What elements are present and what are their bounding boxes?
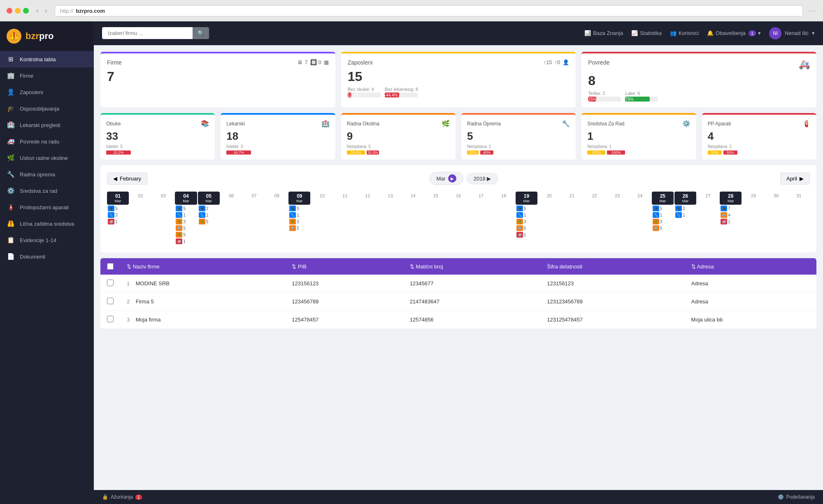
cal-day-18[interactable]: 18 xyxy=(493,192,515,246)
cal-day-30[interactable]: 30 xyxy=(765,192,787,246)
row-sifra: 123123456789 xyxy=(540,293,684,311)
row-num: 2 xyxy=(127,298,130,305)
cal-day-content: 🎓 5 🔧 1 🌿 3 ⚙️ 5 🚑 1 xyxy=(516,205,537,239)
row-checkbox[interactable] xyxy=(107,298,114,304)
cal-event-count: 2 xyxy=(206,206,209,211)
prev-month-button[interactable]: ◀ February xyxy=(107,173,147,185)
cal-day-27[interactable]: 27 xyxy=(697,192,719,246)
cal-day-17[interactable]: 17 xyxy=(470,192,492,246)
more-options[interactable]: ··· xyxy=(808,7,816,15)
cal-day-26[interactable]: 26 Mar 🎓 2 🔧 1 xyxy=(674,192,696,246)
cal-day-15[interactable]: 15 xyxy=(425,192,446,246)
radna-oprema-bar1: 20% xyxy=(467,150,479,155)
monitor-icon: 🖥 xyxy=(297,59,302,65)
lekarski-title: Lekarski xyxy=(226,121,245,127)
cal-day-28[interactable]: 28 Mar 🎓 7 ⚙️ 4 🚑 1 xyxy=(720,192,742,246)
sidebar-item-lekarski-pregledi[interactable]: 🏥 Lekarski pregledi xyxy=(0,117,94,133)
lekarski-header: Lekarski 🏥 xyxy=(226,120,329,127)
cal-day-content xyxy=(561,200,583,201)
cal-day-01[interactable]: 01 Mar 🎓 5 🔧 3 🚑 1 xyxy=(107,192,129,246)
cal-day-12[interactable]: 12 xyxy=(357,192,379,246)
back-button[interactable]: ‹ xyxy=(34,6,41,15)
cal-day-13[interactable]: 13 xyxy=(379,192,401,246)
cal-day-19[interactable]: 19 Mar 🎓 5 🔧 1 🌿 3 ⚙️ 5 🚑 1 xyxy=(516,192,537,246)
cal-day-content xyxy=(493,200,515,201)
sidebar-item-firme[interactable]: 🏢 Firme xyxy=(0,67,94,84)
cal-day-header-09: 09 Mar xyxy=(288,192,310,205)
cal-day-07[interactable]: 07 xyxy=(243,192,265,246)
user-area[interactable]: NI Nenad Ilić ▾ xyxy=(769,27,815,39)
maximize-button[interactable] xyxy=(23,8,29,14)
sidebar-item-povrede-na-radu[interactable]: 🚑 Povrede na radu xyxy=(0,133,94,150)
table-row[interactable]: 3 Moja firma 125478457 12574856 12312547… xyxy=(100,311,816,329)
cal-day-02[interactable]: 02 xyxy=(130,192,151,246)
obavestenja-link[interactable]: 🔔 Obaveštenja 1 ▾ xyxy=(707,30,761,36)
cal-day-11[interactable]: 11 xyxy=(334,192,356,246)
baza-znanja-link[interactable]: 📊 Baza Znanja xyxy=(584,30,623,36)
search-button[interactable]: 🔍 xyxy=(193,27,209,39)
uslovi-icon: 🌿 xyxy=(7,154,15,162)
sidebar: 🦺 bzrpro ⊞ Kontrolna tabla 🏢 Firme 👤 Zap… xyxy=(0,21,94,504)
pp-aparati-card: PP Aparati 🧯 4 Neispitana: 2 50% 50% xyxy=(702,113,816,160)
table-row[interactable]: 1 MODINE SRB 123156123 12345677 12315612… xyxy=(100,275,816,293)
minimize-button[interactable] xyxy=(15,8,21,14)
obuke-bar-row: 15.2% xyxy=(106,150,209,155)
cal-day-20[interactable]: 20 xyxy=(538,192,560,246)
cal-event-color: 🚑 xyxy=(176,238,182,244)
cal-day-05[interactable]: 05 Mar 🎓 2 🔧 1 🌿 5 xyxy=(198,192,220,246)
korisnici-link[interactable]: 👥 Korisnici xyxy=(670,30,699,36)
sidebar-item-zaposleni[interactable]: 👤 Zaposleni xyxy=(0,84,94,100)
cal-day-06[interactable]: 06 xyxy=(221,192,242,246)
cal-day-header-18: 18 xyxy=(493,192,515,200)
sredstva-bar1: 100% xyxy=(587,150,605,155)
cal-day-14[interactable]: 14 xyxy=(402,192,424,246)
search-input[interactable] xyxy=(102,27,193,39)
address-bar[interactable]: http:// bzrpro.com xyxy=(55,5,803,16)
cal-event-1: 🔧 1 xyxy=(289,212,309,218)
cal-day-content xyxy=(765,200,787,201)
row-checkbox[interactable] xyxy=(107,316,114,322)
cal-day-29[interactable]: 29 xyxy=(742,192,764,246)
obavestenja-label: Obaveštenja xyxy=(716,30,746,36)
sidebar-item-osposobljavanja[interactable]: 🎓 Osposobljavanja xyxy=(0,100,94,117)
cal-day-22[interactable]: 22 xyxy=(584,192,605,246)
cal-day-header-02: 02 xyxy=(130,192,151,200)
sidebar-item-radna-oprema[interactable]: 🔧 Radna oprema xyxy=(0,166,94,183)
statistika-link[interactable]: 📈 Statistika xyxy=(631,30,662,36)
cal-day-24[interactable]: 24 xyxy=(629,192,651,246)
table-row[interactable]: 2 Firma 5 123456789 2147483647 123123456… xyxy=(100,293,816,311)
cal-day-04[interactable]: 04 Mar 🎓 5 🔧 1 🌿 3 ⚙️ 5 🌿 5 🚑 1 xyxy=(175,192,197,246)
cal-day-03[interactable]: 03 xyxy=(152,192,174,246)
sidebar-item-sredstva-za-rad[interactable]: ⚙️ Sredstva za rad xyxy=(0,183,94,199)
sidebar-item-evidencije[interactable]: 📋 Evidencije 1-14 xyxy=(0,232,94,248)
sidebar-item-licna-zastitna-sredstva[interactable]: 🦺 Lična zaštitna sredstva xyxy=(0,215,94,232)
sidebar-item-dokumenti[interactable]: 📄 Dokumenti xyxy=(0,248,94,265)
cal-event-color: 🎓 xyxy=(516,206,523,211)
cal-day-08[interactable]: 08 xyxy=(266,192,288,246)
sidebar-item-uslovi-radne-okoline[interactable]: 🌿 Uslovi radne okoline xyxy=(0,150,94,166)
podesavanja-link[interactable]: ⚙️ Podešavanja xyxy=(778,494,815,500)
cal-event-count: 1 xyxy=(183,239,186,244)
cal-month-arrow[interactable]: ▶ xyxy=(448,174,456,183)
close-button[interactable] xyxy=(7,8,12,14)
pp-bar2: 50% xyxy=(723,150,737,155)
sidebar-item-kontrolna-tabla[interactable]: ⊞ Kontrolna tabla xyxy=(0,51,94,67)
select-all-checkbox[interactable] xyxy=(107,263,114,270)
logo-icon: 🦺 xyxy=(7,29,21,44)
th-adresa-label: Adresa xyxy=(697,264,714,270)
cal-day-09[interactable]: 09 Mar 🎓 5 🔧 1 🌿 3 ⚙️ 5 xyxy=(288,192,310,246)
forward-button[interactable]: › xyxy=(42,6,49,15)
cal-day-16[interactable]: 16 xyxy=(447,192,469,246)
azuriranja-link[interactable]: 🔒 Ažuriranja 1 xyxy=(102,494,142,500)
cal-day-10[interactable]: 10 xyxy=(311,192,333,246)
cal-day-25[interactable]: 25 Mar 🎓 5 🔧 1 🌿 3 ⚙️ 5 xyxy=(652,192,674,246)
aparati-icon: 🧯 xyxy=(7,203,15,211)
cal-year-pill: 2018 ▶ xyxy=(467,173,498,184)
cal-day-31[interactable]: 31 xyxy=(788,192,810,246)
cal-day-23[interactable]: 23 xyxy=(606,192,628,246)
sidebar-item-protivpozarni-aparati[interactable]: 🧯 Protivpožarni aparati xyxy=(0,199,94,215)
next-month-button[interactable]: April ▶ xyxy=(780,173,810,185)
sidebar-label-dokumenti: Dokumenti xyxy=(20,254,45,260)
row-checkbox[interactable] xyxy=(107,280,114,286)
cal-day-21[interactable]: 21 xyxy=(561,192,583,246)
